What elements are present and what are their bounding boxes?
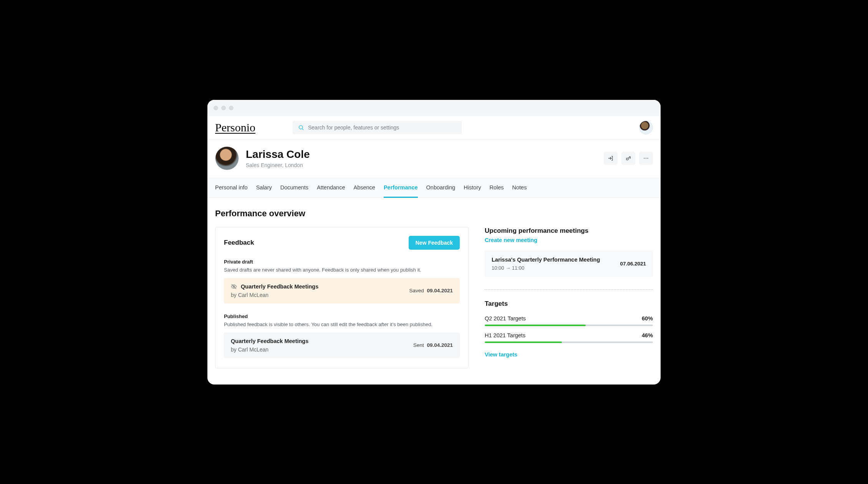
svg-point-2	[626, 158, 628, 160]
published-section-help: Published feedback is visible to others.…	[224, 322, 460, 327]
search-wrap: Search for people, features or settings	[293, 121, 462, 134]
meeting-date: 07.06.2021	[620, 261, 646, 267]
key-button[interactable]	[621, 152, 635, 165]
svg-point-0	[299, 125, 303, 129]
target-row[interactable]: H1 2021 Targets46%	[485, 332, 653, 343]
key-icon	[625, 155, 631, 161]
tab-roles[interactable]: Roles	[489, 178, 504, 197]
enter-icon	[608, 155, 614, 161]
target-row[interactable]: Q2 2021 Targets60%	[485, 315, 653, 326]
tab-salary[interactable]: Salary	[256, 178, 272, 197]
new-feedback-button[interactable]: New Feedback	[409, 236, 460, 250]
impersonate-button[interactable]	[604, 152, 618, 165]
svg-point-5	[648, 157, 648, 158]
target-bar-fill	[485, 341, 562, 343]
target-percent: 60%	[642, 315, 653, 322]
feedback-heading: Feedback	[224, 239, 254, 247]
employee-subtitle: Sales Engineer, London	[246, 162, 310, 168]
target-bar	[485, 325, 653, 326]
draft-feedback-title: Quarterly Feedback Meetings	[241, 283, 318, 290]
target-bar	[485, 341, 653, 343]
target-label: H1 2021 Targets	[485, 332, 525, 338]
search-input[interactable]: Search for people, features or settings	[293, 121, 462, 134]
more-icon	[643, 155, 649, 161]
published-feedback-title: Quarterly Feedback Meetings	[231, 338, 308, 344]
draft-feedback-item[interactable]: Quarterly Feedback Meetings by Carl McLe…	[224, 278, 460, 303]
top-bar: Personio Search for people, features or …	[207, 116, 661, 139]
tab-performance[interactable]: Performance	[384, 178, 418, 198]
svg-point-4	[646, 157, 646, 158]
eye-off-icon	[231, 283, 237, 290]
draft-feedback-meta: Saved 09.04.2021	[409, 288, 453, 293]
svg-line-1	[302, 129, 303, 130]
tab-personal-info[interactable]: Personal info	[215, 178, 248, 197]
targets-heading: Targets	[485, 300, 653, 308]
search-icon	[298, 124, 304, 131]
draft-section-help: Saved drafts are never shared with anyon…	[224, 267, 460, 273]
tab-history[interactable]: History	[464, 178, 481, 197]
brand-logo[interactable]: Personio	[215, 121, 250, 134]
current-user-avatar[interactable]	[639, 121, 653, 134]
employee-name: Larissa Cole	[246, 148, 310, 161]
app-window: Personio Search for people, features or …	[207, 100, 661, 385]
traffic-zoom-icon[interactable]	[229, 106, 234, 110]
draft-section-label: Private draft	[224, 259, 460, 265]
tab-notes[interactable]: Notes	[512, 178, 527, 197]
tab-absence[interactable]: Absence	[353, 178, 375, 197]
profile-header: Larissa Cole Sales Engineer, London	[207, 139, 661, 178]
meeting-time: 10:00 → 11:00	[492, 265, 600, 271]
search-placeholder: Search for people, features or settings	[308, 124, 399, 131]
svg-point-3	[644, 157, 644, 158]
mac-title-bar	[207, 100, 661, 116]
meeting-title: Larissa's Quarterly Performance Meeting	[492, 257, 600, 263]
tab-documents[interactable]: Documents	[280, 178, 308, 197]
view-targets-link[interactable]: View targets	[485, 351, 517, 358]
traffic-close-icon[interactable]	[214, 106, 218, 110]
target-bar-fill	[485, 325, 586, 326]
feedback-card: Feedback New Feedback Private draft Save…	[215, 227, 469, 368]
tab-attendance[interactable]: Attendance	[317, 178, 345, 197]
create-meeting-link[interactable]: Create new meeting	[485, 237, 537, 243]
published-section-label: Published	[224, 313, 460, 319]
published-feedback-author: by Carl McLean	[231, 346, 308, 353]
tabs: Personal infoSalaryDocumentsAttendanceAb…	[207, 178, 661, 198]
meeting-item[interactable]: Larissa's Quarterly Performance Meeting …	[485, 250, 653, 277]
meetings-heading: Upcoming performance meetings	[485, 227, 653, 235]
published-feedback-item[interactable]: Quarterly Feedback Meetings by Carl McLe…	[224, 333, 460, 358]
target-label: Q2 2021 Targets	[485, 315, 526, 322]
traffic-minimize-icon[interactable]	[221, 106, 226, 110]
content: Performance overview Feedback New Feedba…	[207, 198, 661, 385]
more-button[interactable]	[639, 152, 653, 165]
section-divider	[485, 289, 653, 290]
target-percent: 46%	[642, 332, 653, 338]
published-feedback-meta: Sent 09.04.2021	[413, 342, 453, 348]
draft-feedback-author: by Carl McLean	[231, 292, 318, 298]
employee-avatar	[215, 146, 239, 170]
page-title: Performance overview	[215, 209, 653, 219]
tab-onboarding[interactable]: Onboarding	[426, 178, 456, 197]
header-actions	[604, 152, 653, 165]
